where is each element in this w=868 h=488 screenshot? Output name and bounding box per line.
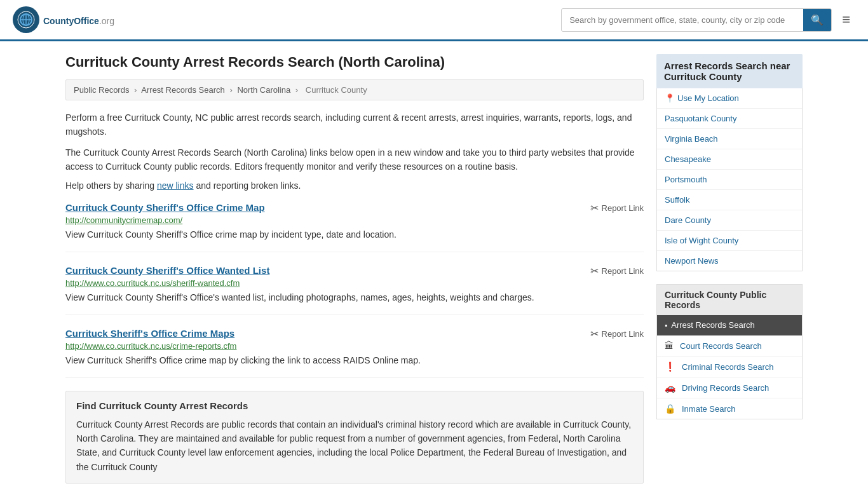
record-url-0[interactable]: http://communitycrimemap.com/ (65, 215, 644, 225)
report-link-2[interactable]: ✂ Report Link (590, 328, 644, 340)
sidebar-public-header: Currituck County Public Records (656, 284, 803, 315)
logo-area: CountyOffice.org (13, 6, 114, 33)
sidebar-near-header: Arrest Records Search near Currituck Cou… (656, 54, 803, 88)
breadcrumb: Public Records › Arrest Records Search ›… (65, 79, 644, 100)
public-record-link-4[interactable]: Inmate Search (682, 404, 736, 414)
report-icon-0: ✂ (590, 202, 599, 214)
nearby-link-4[interactable]: Suffolk (665, 195, 690, 205)
public-record-item-4[interactable]: 🔒Inmate Search (657, 398, 802, 419)
search-input[interactable] (562, 10, 803, 30)
record-item: Currituck County Sheriff's Office Wanted… (65, 265, 644, 315)
nearby-link-3[interactable]: Portsmouth (665, 175, 707, 184)
sidebar-public-section: Currituck County Public Records ▪Arrest … (656, 284, 803, 419)
report-icon-2: ✂ (590, 328, 599, 340)
main-container: Currituck County Arrest Records Search (… (53, 41, 815, 488)
public-record-link-3[interactable]: Driving Records Search (682, 383, 769, 393)
find-section: Find Currituck County Arrest Records Cur… (65, 391, 644, 484)
help-text: Help others by sharing new links and rep… (65, 180, 644, 191)
breadcrumb-currituck: Currituck County (306, 85, 367, 95)
sidebar-near-list: 📍 Use My Location Pasquotank CountyVirgi… (656, 88, 803, 271)
new-links-link[interactable]: new links (157, 180, 194, 191)
nearby-link-7[interactable]: Newport News (665, 256, 719, 266)
content-area: Currituck County Arrest Records Search (… (65, 54, 644, 484)
sidebar-nearby-item-0[interactable]: Pasquotank County (657, 109, 802, 129)
logo-text: CountyOffice.org (43, 13, 114, 27)
record-title-2[interactable]: Currituck Sheriff's Office Crime Maps (65, 328, 234, 339)
active-icon-0: ▪ (665, 321, 667, 330)
report-link-0[interactable]: ✂ Report Link (590, 202, 644, 214)
page-title: Currituck County Arrest Records Search (… (65, 54, 644, 71)
breadcrumb-public-records[interactable]: Public Records (74, 85, 129, 95)
report-icon-1: ✂ (590, 265, 599, 277)
nearby-link-0[interactable]: Pasquotank County (665, 114, 736, 123)
public-record-item-0[interactable]: ▪Arrest Records Search (657, 315, 802, 336)
public-record-item-3[interactable]: 🚗Driving Records Search (657, 377, 802, 398)
logo-icon (13, 6, 39, 33)
sidebar-nearby-item-5[interactable]: Dare County (657, 210, 802, 231)
find-title: Find Currituck County Arrest Records (76, 400, 633, 411)
header: CountyOffice.org 🔍 ≡ (0, 0, 868, 41)
sidebar-nearby-item-3[interactable]: Portsmouth (657, 170, 802, 190)
nearby-link-1[interactable]: Virginia Beach (665, 134, 718, 144)
menu-button[interactable]: ≡ (837, 9, 855, 30)
intro-para2: The Currituck County Arrest Records Sear… (65, 146, 644, 174)
breadcrumb-north-carolina[interactable]: North Carolina (237, 85, 290, 95)
record-desc-1: View Currituck County Sheriff's Office's… (65, 291, 644, 304)
record-item: Currituck Sheriff's Office Crime Maps ✂ … (65, 328, 644, 378)
record-title-0[interactable]: Currituck County Sheriff's Office Crime … (65, 202, 265, 213)
record-item: Currituck County Sheriff's Office Crime … (65, 202, 644, 252)
breadcrumb-arrest-records[interactable]: Arrest Records Search (141, 85, 225, 95)
sidebar-near-section: Arrest Records Search near Currituck Cou… (656, 54, 803, 271)
public-record-icon-4: 🔒 (665, 403, 675, 414)
public-record-icon-1: 🏛 (665, 341, 674, 351)
record-desc-0: View Currituck County Sheriff's Office c… (65, 228, 644, 241)
sidebar-nearby-item-1[interactable]: Virginia Beach (657, 129, 802, 149)
nearby-link-5[interactable]: Dare County (665, 215, 711, 225)
record-url-1[interactable]: http://www.co.currituck.nc.us/sheriff-wa… (65, 278, 644, 288)
sidebar-nearby-item-2[interactable]: Chesapeake (657, 149, 802, 170)
sidebar-public-list: ▪Arrest Records Search🏛Court Records Sea… (656, 315, 803, 419)
location-icon: 📍 (665, 93, 675, 103)
search-button[interactable]: 🔍 (803, 9, 831, 31)
sidebar-nearby-item-6[interactable]: Isle of Wight County (657, 231, 802, 251)
search-area: 🔍 ≡ (561, 8, 855, 32)
record-url-2[interactable]: http://www.co.currituck.nc.us/crime-repo… (65, 341, 644, 351)
public-record-link-2[interactable]: Criminal Records Search (682, 362, 774, 372)
sidebar: Arrest Records Search near Currituck Cou… (656, 54, 803, 484)
sidebar-use-location[interactable]: 📍 Use My Location (657, 88, 802, 109)
find-text: Currituck County Arrest Records are publ… (76, 417, 633, 475)
public-record-link-1[interactable]: Court Records Search (680, 341, 762, 351)
sidebar-nearby-item-4[interactable]: Suffolk (657, 190, 802, 210)
record-desc-2: View Currituck Sheriff's Office crime ma… (65, 354, 644, 367)
record-list: Currituck County Sheriff's Office Crime … (65, 202, 644, 378)
nearby-link-6[interactable]: Isle of Wight County (665, 236, 738, 245)
search-box: 🔍 (561, 8, 832, 32)
public-record-item-2[interactable]: ❗Criminal Records Search (657, 356, 802, 377)
use-location-link[interactable]: Use My Location (677, 93, 739, 103)
record-title-1[interactable]: Currituck County Sheriff's Office Wanted… (65, 265, 269, 276)
sidebar-nearby-item-7[interactable]: Newport News (657, 251, 802, 271)
public-record-icon-3: 🚗 (665, 383, 675, 393)
intro-para1: Perform a free Currituck County, NC publ… (65, 111, 644, 139)
nearby-list: Pasquotank CountyVirginia BeachChesapeak… (657, 109, 802, 271)
report-link-1[interactable]: ✂ Report Link (590, 265, 644, 277)
public-record-icon-2: ❗ (665, 362, 675, 372)
public-record-item-1[interactable]: 🏛Court Records Search (657, 336, 802, 356)
nearby-link-2[interactable]: Chesapeake (665, 154, 711, 164)
